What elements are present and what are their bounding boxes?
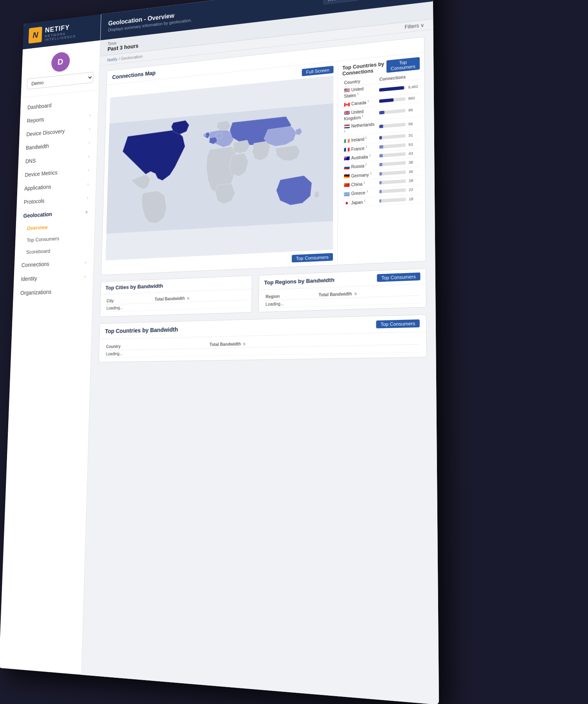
- sidebar-user: D Demo: [21, 40, 100, 98]
- top-cities-table: City Total Bandwidth ⇅: [105, 293, 247, 312]
- bandwidth-sort-icon: ⇅: [243, 343, 246, 347]
- live-data-button[interactable]: Live Data Off: [323, 0, 359, 5]
- device-metrics-chevron-icon: ›: [88, 168, 89, 172]
- reports-chevron-icon: ›: [90, 113, 91, 117]
- settings-icon[interactable]: ⚙: [363, 0, 373, 1]
- logo-text: NETIFY NETWORK INTELLIGENCE: [45, 20, 95, 41]
- top-cities-card: Top Cities by Bandwidth City: [100, 275, 252, 317]
- fullscreen-button[interactable]: Full Screen: [302, 66, 334, 76]
- sidebar-item-organizations[interactable]: Organizations: [13, 283, 93, 300]
- top-countries-bandwidth-card: Top Countries by Bandwidth Top Consumers…: [99, 314, 427, 363]
- geolocation-chevron-icon: ∨: [85, 210, 88, 214]
- main-content: Geolocation - Overview Displays summary …: [82, 0, 439, 704]
- bandwidth-chevron-icon: ›: [88, 140, 90, 145]
- protocols-chevron-icon: ›: [87, 196, 88, 200]
- country-table-side: Top Countries by Connections Top Consume…: [337, 52, 426, 265]
- geolocation-sub-nav: Overview Top Consumers Scoreboard: [14, 218, 95, 259]
- regions-top-consumers-button[interactable]: Top Consumers: [377, 273, 420, 282]
- top-regions-title: Top Regions by Bandwidth: [264, 277, 334, 286]
- top-countries-bandwidth-title: Top Countries by Bandwidth: [105, 326, 178, 334]
- applications-chevron-icon: ›: [87, 182, 88, 186]
- map-svg-wrapper: [106, 75, 334, 260]
- map-section-body: Full Screen: [101, 52, 426, 275]
- page-content: Connections Map Full Screen: [82, 29, 439, 704]
- identity-chevron-icon: ›: [85, 274, 86, 278]
- logo-icon: N: [29, 27, 43, 43]
- cities-sort-icon: ⇅: [187, 297, 189, 301]
- countries-bandwidth-top-consumers-button[interactable]: Top Consumers: [376, 320, 420, 329]
- dns-chevron-icon: ›: [88, 154, 89, 158]
- header-title-section: Geolocation - Overview Displays summary …: [108, 10, 192, 32]
- map-top-consumers-button[interactable]: Top Consumers: [292, 253, 333, 262]
- regions-sort-icon: ⇅: [354, 292, 357, 296]
- countries-data-table: Country Connections 🇺🇸United States ℹ 9,…: [342, 72, 421, 208]
- top-regions-table: Region Total Bandwidth ⇅: [264, 288, 420, 309]
- connections-chevron-icon: ›: [85, 260, 86, 264]
- map-container: Full Screen: [101, 61, 338, 275]
- filters-button[interactable]: Filters ∨: [405, 22, 424, 30]
- connections-map-title: Connections Map: [112, 70, 156, 80]
- user-select[interactable]: Demo: [27, 72, 94, 90]
- top-countries-bandwidth-table: Country Total Bandwidth ⇅: [104, 337, 420, 358]
- bottom-sections: Top Cities by Bandwidth City: [100, 268, 426, 317]
- device-discovery-chevron-icon: ›: [89, 127, 90, 131]
- countries-top-consumers-button[interactable]: Top Consumers: [387, 57, 420, 73]
- world-map-svg: [106, 75, 334, 260]
- connections-map-card: Connections Map Full Screen: [101, 37, 426, 275]
- breadcrumb-netify[interactable]: Netify: [107, 57, 118, 62]
- top-cities-title: Top Cities by Bandwidth: [105, 283, 163, 291]
- top-regions-card: Top Regions by Bandwidth Top Consumers R…: [259, 268, 426, 312]
- breadcrumb-current: Geolocation: [121, 54, 143, 61]
- user-avatar: D: [51, 51, 70, 73]
- breadcrumb: Netify / Geolocation: [107, 54, 143, 63]
